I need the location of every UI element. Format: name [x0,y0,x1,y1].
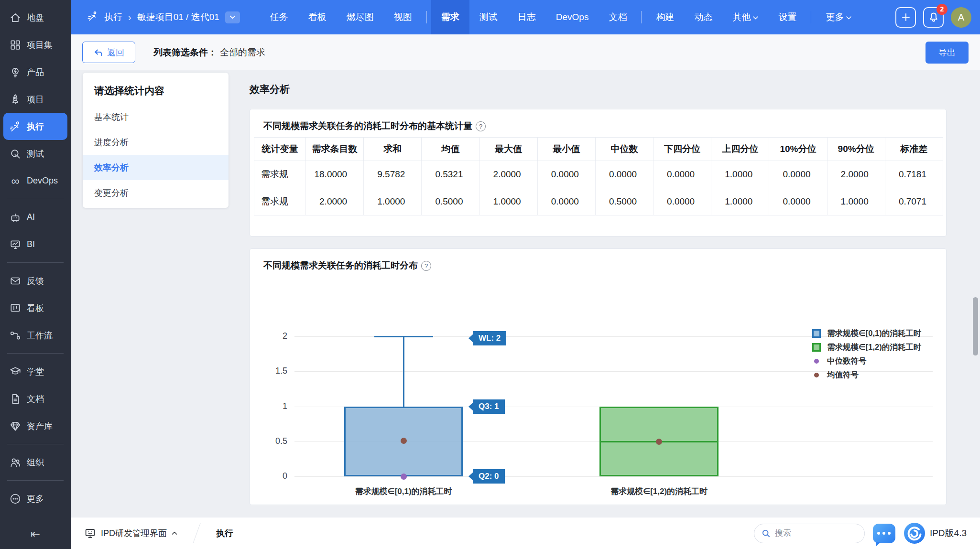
nav-item-doc[interactable]: 文档 [599,0,637,34]
sidebar-item-doc[interactable]: 文档 [0,385,71,412]
breadcrumb-project[interactable]: 敏捷项目01 / 迭代01 [137,11,219,23]
sidebar-item-devops[interactable]: ∞ DevOps [0,167,71,194]
callout-whisker-high: WL: 2 [473,331,506,345]
sidebar-item-more[interactable]: 更多 [0,485,71,512]
nav-item-more[interactable]: 更多 [816,0,861,34]
project-switcher-button[interactable] [225,11,240,23]
search-input[interactable] [775,528,851,538]
nav-item-build[interactable]: 构建 [646,0,684,34]
sidebar-item-label: 执行 [27,121,44,132]
stats-item-progress[interactable]: 进度分析 [83,129,229,155]
notifications-button[interactable]: 2 [923,7,944,28]
chart-card-title: 不同规模需求关联任务的消耗工时分布 ? [263,259,431,272]
legend-item-series1[interactable]: 需求规模∈[0,1)的消耗工时 [812,328,921,339]
sidebar-divider [7,262,64,263]
sidebar-item-workflow[interactable]: 工作流 [0,322,71,349]
table-cell: 2.0000 [827,161,885,188]
kanban-icon [9,302,22,314]
document-icon [9,393,22,405]
sidebar-item-project-set[interactable]: 项目集 [0,31,71,58]
add-button[interactable] [895,7,916,28]
avatar[interactable]: A [951,7,971,28]
column-header: 均值 [422,138,479,161]
sidebar-item-assets[interactable]: 资产库 [0,412,71,440]
top-nav: 执行 › 敏捷项目01 / 迭代01 任务 看板 燃尽图 视图 需求 测试 日志… [71,0,980,34]
sidebar-item-feedback[interactable]: 反馈 [0,267,71,294]
nav-item-test[interactable]: 测试 [469,0,508,34]
boxplot1-median-dot [401,474,407,480]
legend-item-mean[interactable]: 均值符号 [812,370,921,380]
sidebar-divider [7,199,64,199]
top-nav-menu: 任务 看板 燃尽图 视图 需求 测试 日志 DevOps 文档 构建 动态 其他… [260,0,862,34]
help-icon[interactable]: ? [421,261,431,271]
table-cell: 0.5000 [422,188,479,215]
sidebar-item-project[interactable]: 项目 [0,86,71,113]
nav-item-settings[interactable]: 设置 [768,0,806,34]
sidebar-item-kanban[interactable]: 看板 [0,294,71,322]
nav-item-burndown[interactable]: 燃尽图 [337,0,384,34]
sidebar-item-school[interactable]: 学堂 [0,358,71,385]
nav-item-activity[interactable]: 动态 [684,0,722,34]
table-cell: 0.0000 [769,188,827,215]
breadcrumb-separator: › [128,12,131,23]
nav-divider [426,11,427,23]
callout-q3: Q3: 1 [473,399,505,414]
sidebar-item-home[interactable]: 地盘 [0,4,71,31]
monitor-icon [84,527,96,539]
nav-item-board[interactable]: 看板 [298,0,337,34]
boxplot1-mean-dot [401,438,407,444]
sidebar-item-org[interactable]: 组织 [0,449,71,476]
legend-item-median[interactable]: 中位数符号 [812,356,921,366]
notification-badge: 2 [936,4,947,15]
sidebar-item-product[interactable]: 产品 [0,58,71,86]
column-header: 中位数 [595,138,653,161]
help-icon[interactable]: ? [476,121,486,131]
legend-item-series2[interactable]: 需求规模∈[1,2)的消耗工时 [812,342,921,353]
sidebar-item-label: AI [27,212,35,222]
table-cell: 0.0000 [537,161,595,188]
column-header: 需求条目数 [306,138,364,161]
nav-item-task[interactable]: 任务 [260,0,298,34]
sidebar-item-test[interactable]: 测试 [0,140,71,167]
boxplot1-whisker [403,336,404,407]
breadcrumb: 执行 › 敏捷项目01 / 迭代01 [87,11,240,24]
sidebar: 地盘 项目集 产品 项目 执行 测试 ∞ DevOps AI [0,0,71,549]
nav-item-log[interactable]: 日志 [508,0,546,34]
breadcrumb-section[interactable]: 执行 [104,11,122,23]
stats-item-basic[interactable]: 基本统计 [83,104,229,129]
x-category-label: 需求规模∈[0,1)的消耗工时 [320,486,487,497]
sidebar-item-bi[interactable]: BI [0,231,71,258]
vertical-scrollbar[interactable] [973,297,978,355]
chat-assistant-button[interactable] [873,524,895,543]
table-cell: 0.0000 [769,161,827,188]
sidebar-item-label: BI [27,239,35,249]
table-header-row: 统计变量 需求条目数 求和 均值 最大值 最小值 中位数 下四分位 上四分位 1… [254,138,943,161]
table-cell: 18.0000 [306,161,364,188]
nav-item-other[interactable]: 其他 [722,0,768,34]
app-window: 地盘 项目集 产品 项目 执行 测试 ∞ DevOps AI [0,0,980,549]
footer-section-label: 执行 [216,527,233,539]
back-button[interactable]: 返回 [82,42,135,63]
y-axis-tick: 2 [253,331,287,341]
nav-item-view[interactable]: 视图 [384,0,422,34]
sidebar-collapse-button[interactable]: ⇤ [0,519,71,549]
export-button[interactable]: 导出 [926,42,969,64]
sidebar-item-label: 看板 [27,302,44,314]
table-cell: 0.5000 [595,188,653,215]
mean-dot-swatch [814,373,819,377]
table-cell: 0.0000 [653,188,711,215]
mail-icon [9,275,22,287]
sidebar-item-ai[interactable]: AI [0,204,71,231]
ipd-logo-icon[interactable] [904,522,926,544]
nav-item-requirement[interactable]: 需求 [431,0,469,34]
stats-item-change[interactable]: 变更分析 [83,180,229,205]
nav-divider [641,11,642,23]
stats-item-efficiency[interactable]: 效率分析 [83,155,229,180]
nav-item-devops[interactable]: DevOps [546,0,599,34]
nav-divider [811,11,811,23]
home-icon [9,11,22,24]
sidebar-item-execute[interactable]: 执行 [3,113,67,140]
chart-legend: 需求规模∈[0,1)的消耗工时 需求规模∈[1,2)的消耗工时 中位数符号 均值… [812,328,921,380]
column-header: 下四分位 [653,138,711,161]
footer-app-switcher[interactable]: IPD研发管理界面 [84,527,177,539]
